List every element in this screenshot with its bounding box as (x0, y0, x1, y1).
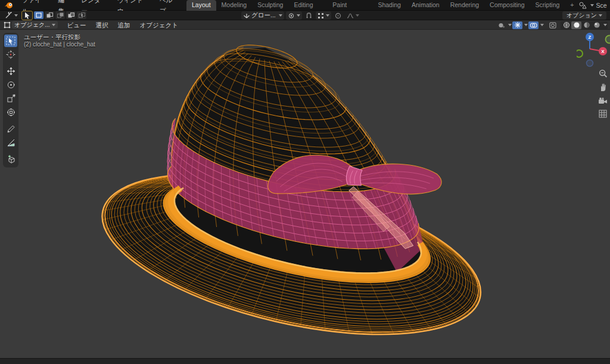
tool-annotate[interactable] (4, 123, 17, 135)
proportional-circle-icon (335, 13, 341, 19)
blender-logo-icon[interactable] (4, 2, 13, 9)
chevron-down-icon (326, 14, 329, 17)
viewport-canvas[interactable] (0, 30, 610, 358)
tab-uv-editing[interactable]: UV Editing (288, 0, 327, 11)
tool-measure[interactable] (4, 136, 17, 149)
tool-cursor[interactable] (4, 48, 17, 61)
xray-toggle[interactable] (547, 21, 558, 29)
orientation-label: グロー... (251, 11, 276, 20)
falloff-curve-icon (347, 13, 354, 19)
pivot-point-button[interactable] (286, 11, 302, 20)
tab-scripting[interactable]: Scripting (530, 0, 565, 11)
hat-object[interactable] (87, 30, 524, 358)
tool-select-box[interactable] (4, 35, 17, 47)
active-tool-button[interactable] (21, 11, 33, 20)
axis-neg-y-ball[interactable] (577, 50, 583, 57)
select-mode-intersect[interactable] (77, 11, 86, 19)
gizmo-icon (514, 21, 521, 29)
chevron-down-icon (540, 24, 544, 26)
chevron-down-icon (603, 24, 607, 26)
tool-scale[interactable] (4, 92, 17, 105)
rendered-icon (593, 21, 600, 29)
scene-name: Sce (596, 2, 606, 9)
magnifier-icon (599, 69, 608, 78)
chevron-down-icon (599, 14, 602, 17)
wireframe-icon (563, 21, 570, 29)
camera-view-button[interactable] (596, 94, 609, 107)
proportional-falloff-button[interactable] (345, 11, 361, 20)
tab-animation[interactable]: Animation (406, 0, 445, 11)
chevron-down-icon (590, 4, 594, 7)
show-overlays-toggle[interactable] (528, 21, 539, 29)
chevron-down-icon (297, 14, 300, 17)
3d-viewport[interactable]: ユーザー・平行投影 (2) cloche_hat | cloche_hat (0, 30, 610, 358)
editor-type-button[interactable] (3, 11, 20, 20)
chevron-down-icon (524, 24, 528, 26)
axis-x-label: X (601, 49, 605, 54)
tool-transform[interactable] (4, 106, 17, 119)
snap-increment-icon (318, 13, 324, 19)
pivot-icon (288, 13, 295, 19)
menu-add[interactable]: 追加 (113, 20, 135, 30)
chevron-down-icon (508, 24, 512, 26)
menu-object[interactable]: オブジェクト (135, 20, 183, 30)
tool-move[interactable] (4, 65, 17, 77)
chevron-down-icon (279, 14, 282, 17)
shading-solid-button[interactable] (571, 21, 581, 29)
axis-neg-z-ball[interactable] (587, 60, 593, 67)
tab-rendering[interactable]: Rendering (445, 0, 484, 11)
mode-selector[interactable]: オブジェク... (12, 21, 58, 29)
tab-modeling[interactable]: Modeling (216, 0, 253, 11)
object-visibility-button[interactable] (496, 21, 506, 29)
snap-target-button[interactable] (316, 11, 331, 20)
tool-settings-header: グロー... オプション (0, 11, 610, 20)
chevron-down-icon (52, 24, 55, 26)
material-preview-icon (583, 21, 590, 29)
menu-select[interactable]: 選択 (91, 20, 113, 30)
topbar: ファイル 編集 レンダー ウィンドウ ヘルプ Layout Modeling S… (0, 0, 610, 11)
toolbar (3, 33, 18, 167)
xray-icon (549, 22, 556, 29)
snap-toggle-button[interactable] (304, 11, 314, 20)
tab-compositing[interactable]: Compositing (484, 0, 530, 11)
tab-texture-paint[interactable]: Texture Paint (327, 0, 372, 11)
view-label: ユーザー・平行投影 (24, 33, 80, 42)
tool-editor-icon (5, 12, 13, 19)
grid-icon (599, 110, 607, 118)
active-object-label: (2) cloche_hat | cloche_hat (24, 41, 95, 48)
tool-add-primitive[interactable] (4, 153, 17, 166)
overlays-icon (530, 22, 537, 29)
options-button[interactable]: オプション (562, 11, 606, 20)
camera-icon (598, 97, 608, 105)
select-mode-invert[interactable] (66, 11, 76, 19)
viewport-header-right (496, 21, 608, 29)
axis-y-ball[interactable] (606, 36, 610, 43)
tool-rotate[interactable] (4, 79, 17, 91)
mode-label: オブジェク... (14, 21, 50, 29)
proportional-edit-button[interactable] (333, 11, 343, 20)
select-mode-subtract[interactable] (55, 11, 65, 19)
shading-wireframe-button[interactable] (561, 21, 571, 29)
select-mode-extend[interactable] (45, 11, 54, 19)
tab-layout[interactable]: Layout (186, 0, 216, 11)
pan-button[interactable] (596, 80, 609, 94)
transform-orientation-button[interactable]: グロー... (241, 11, 284, 20)
select-mode-set[interactable] (34, 11, 43, 19)
shading-mode-group (561, 21, 608, 29)
zoom-button[interactable] (596, 67, 609, 80)
visibility-sphere-icon (498, 22, 505, 29)
scene-selector[interactable]: Sce (579, 2, 610, 9)
shading-rendered-button[interactable] (592, 21, 602, 29)
workspace-tabs: Layout Modeling Sculpting UV Editing Tex… (186, 0, 579, 11)
menu-view[interactable]: ビュー (63, 20, 91, 30)
add-workspace-button[interactable]: + (565, 0, 579, 11)
magnet-icon (306, 13, 312, 19)
shading-material-button[interactable] (581, 21, 592, 29)
show-gizmo-toggle[interactable] (512, 21, 522, 29)
axis-z-label: Z (589, 35, 592, 40)
chevron-down-icon (14, 14, 18, 17)
tab-shading[interactable]: Shading (372, 0, 406, 11)
object-mode-icon (4, 21, 11, 29)
ortho-toggle-button[interactable] (596, 107, 609, 120)
tab-sculpting[interactable]: Sculpting (252, 0, 288, 11)
